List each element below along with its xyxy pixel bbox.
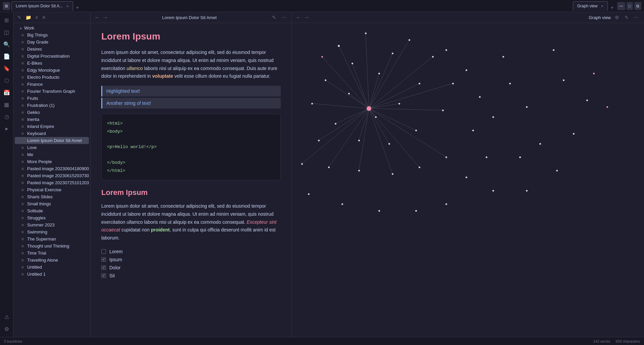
sidebar-item-label: Travelling Alone [27,258,58,263]
close-sidebar-btn[interactable]: ✕ [41,14,47,21]
sidebar-item-desires[interactable]: ◾ Desires [15,46,89,53]
sidebar-item-label: Lorem Ipsum Dolor Sit Amet [27,138,82,143]
file-icon: ◾ [20,40,25,45]
graph-forward-btn[interactable]: → [304,14,309,20]
add-tab-btn[interactable]: + [74,5,81,11]
todo-checkbox-ipsum[interactable] [101,257,106,262]
graph-more-btn[interactable]: ⋯ [633,14,640,21]
sidebar-item-edgy-monologue[interactable]: ◾ Edgy Monologue [15,67,89,74]
sidebar-item-label: Fruits [27,96,38,101]
todo-checkbox-sit[interactable] [101,273,106,278]
svg-line-23 [369,109,392,174]
graph-node [352,63,353,64]
layout-icon-btn[interactable]: ⊞ [1,15,12,25]
file-icon: ◾ [20,223,25,227]
minimize-btn[interactable]: — [617,2,625,10]
editor-forward-btn[interactable]: → [103,14,108,20]
search-icon-btn[interactable]: 🔍 [1,39,12,50]
sidebar-item-label: Day Grade [27,40,48,45]
close-graph-tab-icon[interactable]: ✕ [601,4,603,8]
clock-icon-btn[interactable]: ◷ [1,111,12,122]
sidebar-item-swimming[interactable]: ◾ Swimming [15,228,89,235]
file-sidebar: ✎ 📁 ≡ ✕ ▸ Work ◾ Big Things ◾ Day Grade … [13,12,91,337]
edit-icon-btn[interactable]: ✎ [271,14,277,21]
sidebar-item-keyboard[interactable]: ◾ Keyboard [15,130,89,137]
sidebar-item-the-superman[interactable]: ◾ The Superman [15,235,89,243]
maximize-btn[interactable]: □ [627,2,633,10]
file-icon-btn[interactable]: 📄 [1,51,12,62]
sidebar-item-struggles[interactable]: ◾ Struggles [15,214,89,221]
grid-icon-btn[interactable]: ▦ [1,99,12,110]
sidebar-item-work[interactable]: ▸ Work [15,24,89,31]
todo-item-sit[interactable]: Sit [101,272,281,280]
settings-icon-btn[interactable]: ⚙ [1,324,12,334]
close-tab-icon[interactable]: ✕ [66,4,69,8]
sidebar-item-gekko[interactable]: ◾ Gekko [15,109,89,116]
sidebar-item-e-bikes[interactable]: ◾ E-Bikes [15,60,89,67]
sidebar-item-electro-producto[interactable]: ◾ Electro Producto [15,74,89,81]
svg-line-6 [369,57,433,109]
folder-icon-btn[interactable]: ◫ [1,27,12,38]
sidebar-item-time-trial[interactable]: ◾ Time Trial [15,250,89,257]
graph-back-btn[interactable]: ← [296,14,301,20]
sidebar-item-love[interactable]: ◾ Love [15,144,89,151]
graph-node [586,99,588,101]
sidebar-item-more-people[interactable]: ◾ More People [15,158,89,165]
file-icon: ◾ [20,61,25,66]
more-options-btn[interactable]: ⋯ [280,14,287,21]
sidebar-item-pasted-2[interactable]: ◾ Pasted image 20230615203730 PNG [15,172,89,179]
graph-node [301,163,303,165]
add-tab-btn-2[interactable]: + [608,5,615,11]
sidebar-item-untitled[interactable]: ◾ Untitled [15,264,89,271]
new-folder-btn[interactable]: 📁 [24,14,33,21]
tab-graph-view[interactable]: Graph view ✕ [573,1,608,11]
sort-btn[interactable]: ≡ [34,14,39,21]
sidebar-item-travelling-alone[interactable]: ◾ Travelling Alone [15,257,89,264]
sidebar-item-inland-empire[interactable]: ◾ Inland Empire [15,123,89,130]
sidebar-item-me[interactable]: ◾ Me [15,151,89,158]
sidebar-item-summer-2023[interactable]: ◾ Summer 2023 [15,221,89,228]
sidebar-item-day-grade[interactable]: ◾ Day Grade [15,39,89,46]
sidebar-item-pasted-1[interactable]: ◾ Pasted image 20230604180900 PNG [15,165,89,172]
todo-item-ipsum[interactable]: Ipsum [101,256,281,264]
todo-item-dolor[interactable]: Dolor [101,264,281,272]
terminal-icon-btn[interactable]: ▶ [1,123,12,134]
sidebar-item-physical-exercise[interactable]: ◾ Physical Exercise [15,186,89,193]
sidebar-item-lorem-ipsum[interactable]: ◾ Lorem Ipsum Dolor Sit Amet [15,137,89,144]
todo-checkbox-dolor[interactable] [101,265,106,270]
graph-node [358,170,360,171]
graph-settings-btn[interactable]: ⚙ [613,14,621,21]
graph-node [502,56,504,58]
todo-checkbox-lorem[interactable] [101,249,106,254]
todo-item-lorem[interactable]: Lorem [101,248,281,256]
calendar-icon-btn[interactable]: 📅 [1,87,12,98]
sidebar-item-fourier-transform-graph[interactable]: ◾ Fourier Transform Graph [15,88,89,95]
sidebar-item-small-things[interactable]: ◾ Small things [15,200,89,207]
svg-line-12 [312,104,369,109]
file-icon: ◾ [20,145,25,150]
sidebar-item-solitude[interactable]: ◾ Solitude [15,207,89,214]
sidebar-item-thought-und-thinking[interactable]: ◾ Thought und Thinking [15,243,89,250]
sidebar-item-big-things[interactable]: ◾ Big Things [15,31,89,39]
sidebar-item-pasted-3[interactable]: ◾ Pasted image 20230725101203 PNG [15,179,89,186]
sidebar-item-digital-procrastination[interactable]: ◾ Digital Procrastination [15,53,89,60]
alert-icon-btn[interactable]: ⚠ [1,312,12,322]
bookmark-icon-btn[interactable]: 🔖 [1,63,12,74]
editor-content[interactable]: Lorem Ipsum Lorem ipsum dolor sit amet, … [91,23,291,337]
sidebar-item-sharis-slides[interactable]: ◾ Sharis Slides [15,193,89,200]
graph-node [341,203,343,205]
svg-line-19 [319,109,369,140]
tab-lorem-ipsum[interactable]: Lorem Ipsum Dolor Sit A... ✕ [11,1,73,11]
restore-btn[interactable]: ⧉ [634,2,641,10]
sidebar-item-inertia[interactable]: ◾ Inertia [15,116,89,123]
sidebar-item-untitled-1[interactable]: ◾ Untitled 1 [15,271,89,278]
sidebar-toggle-btn[interactable]: ⊞ [3,2,10,10]
sidebar-item-frustration[interactable]: ◾ Frustration (1) [15,102,89,109]
sidebar-item-fruits[interactable]: ◾ Fruits [15,95,89,102]
tag-icon-btn[interactable]: ⬡ [1,75,12,86]
sidebar-item-finance[interactable]: ◾ Finance [15,81,89,88]
graph-edit-btn[interactable]: ✎ [623,14,630,21]
svg-line-24 [369,109,419,167]
editor-back-btn[interactable]: ← [95,14,100,20]
new-note-btn[interactable]: ✎ [16,14,23,21]
